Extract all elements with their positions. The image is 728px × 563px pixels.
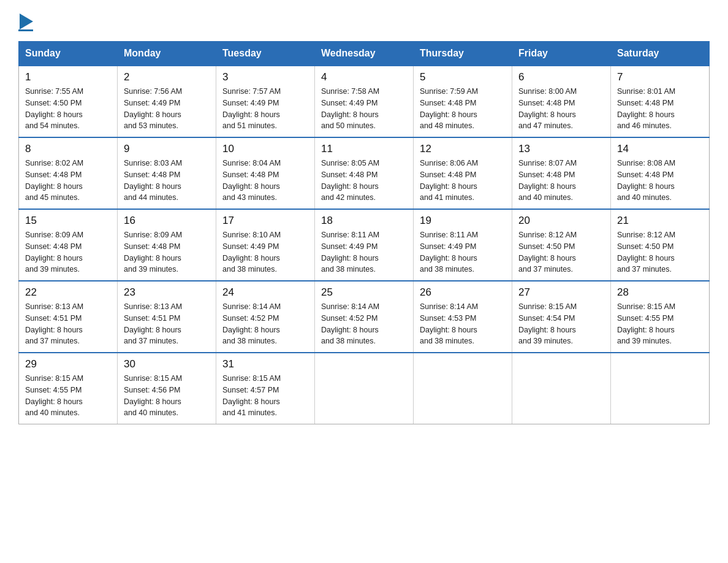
day-number: 5 — [420, 71, 506, 83]
day-number: 27 — [518, 286, 604, 299]
day-number: 10 — [222, 143, 308, 155]
header-sunday: Sunday — [19, 42, 118, 66]
calendar-cell: 10 Sunrise: 8:04 AMSunset: 4:48 PMDaylig… — [216, 137, 315, 209]
header-monday: Monday — [118, 42, 216, 66]
calendar-cell: 23 Sunrise: 8:13 AMSunset: 4:51 PMDaylig… — [118, 281, 216, 353]
header-friday: Friday — [512, 42, 611, 66]
header-thursday: Thursday — [414, 42, 512, 66]
calendar-cell — [315, 353, 414, 424]
day-number: 1 — [25, 71, 111, 83]
calendar-cell: 6 Sunrise: 8:00 AMSunset: 4:48 PMDayligh… — [512, 66, 611, 137]
calendar-cell: 7 Sunrise: 8:01 AMSunset: 4:48 PMDayligh… — [611, 66, 710, 137]
day-number: 11 — [321, 143, 407, 155]
calendar-cell — [512, 353, 611, 424]
day-info: Sunrise: 8:15 AMSunset: 4:57 PMDaylight:… — [222, 374, 281, 417]
day-number: 3 — [222, 71, 308, 83]
day-number: 18 — [321, 215, 407, 227]
day-number: 20 — [518, 215, 604, 227]
calendar-header-row: SundayMondayTuesdayWednesdayThursdayFrid… — [19, 42, 710, 66]
calendar-cell: 5 Sunrise: 7:59 AMSunset: 4:48 PMDayligh… — [414, 66, 512, 137]
day-number: 19 — [420, 215, 506, 227]
page-header — [18, 12, 710, 31]
calendar-cell: 26 Sunrise: 8:14 AMSunset: 4:53 PMDaylig… — [414, 281, 512, 353]
day-info: Sunrise: 8:12 AMSunset: 4:50 PMDaylight:… — [518, 231, 577, 274]
calendar-cell: 9 Sunrise: 8:03 AMSunset: 4:48 PMDayligh… — [118, 137, 216, 209]
calendar-cell: 16 Sunrise: 8:09 AMSunset: 4:48 PMDaylig… — [118, 209, 216, 281]
day-number: 31 — [222, 358, 308, 370]
calendar-cell: 13 Sunrise: 8:07 AMSunset: 4:48 PMDaylig… — [512, 137, 611, 209]
calendar-cell: 29 Sunrise: 8:15 AMSunset: 4:55 PMDaylig… — [19, 353, 118, 424]
calendar-cell: 25 Sunrise: 8:14 AMSunset: 4:52 PMDaylig… — [315, 281, 414, 353]
day-info: Sunrise: 8:11 AMSunset: 4:49 PMDaylight:… — [420, 231, 478, 274]
calendar-week-row: 8 Sunrise: 8:02 AMSunset: 4:48 PMDayligh… — [19, 137, 710, 209]
day-number: 16 — [124, 215, 210, 227]
day-info: Sunrise: 8:12 AMSunset: 4:50 PMDaylight:… — [617, 231, 675, 274]
day-info: Sunrise: 8:14 AMSunset: 4:53 PMDaylight:… — [420, 302, 478, 345]
header-tuesday: Tuesday — [216, 42, 315, 66]
calendar-cell: 21 Sunrise: 8:12 AMSunset: 4:50 PMDaylig… — [611, 209, 710, 281]
day-info: Sunrise: 7:59 AMSunset: 4:48 PMDaylight:… — [420, 87, 478, 130]
day-info: Sunrise: 8:05 AMSunset: 4:48 PMDaylight:… — [321, 159, 379, 202]
calendar-cell: 2 Sunrise: 7:56 AMSunset: 4:49 PMDayligh… — [118, 66, 216, 137]
day-number: 21 — [617, 215, 703, 227]
day-info: Sunrise: 8:14 AMSunset: 4:52 PMDaylight:… — [222, 302, 281, 345]
day-number: 2 — [124, 71, 210, 83]
day-number: 6 — [518, 71, 604, 83]
calendar-cell: 27 Sunrise: 8:15 AMSunset: 4:54 PMDaylig… — [512, 281, 611, 353]
calendar-cell: 22 Sunrise: 8:13 AMSunset: 4:51 PMDaylig… — [19, 281, 118, 353]
day-number: 29 — [25, 358, 111, 370]
day-info: Sunrise: 7:57 AMSunset: 4:49 PMDaylight:… — [222, 87, 281, 130]
day-info: Sunrise: 8:09 AMSunset: 4:48 PMDaylight:… — [25, 231, 83, 274]
day-info: Sunrise: 8:04 AMSunset: 4:48 PMDaylight:… — [222, 159, 281, 202]
day-number: 14 — [617, 143, 703, 155]
day-number: 12 — [420, 143, 506, 155]
day-number: 24 — [222, 286, 308, 299]
calendar-cell: 17 Sunrise: 8:10 AMSunset: 4:49 PMDaylig… — [216, 209, 315, 281]
calendar-cell: 1 Sunrise: 7:55 AMSunset: 4:50 PMDayligh… — [19, 66, 118, 137]
day-info: Sunrise: 8:11 AMSunset: 4:49 PMDaylight:… — [321, 231, 379, 274]
day-info: Sunrise: 8:13 AMSunset: 4:51 PMDaylight:… — [124, 302, 182, 345]
day-number: 28 — [617, 286, 703, 299]
day-info: Sunrise: 7:55 AMSunset: 4:50 PMDaylight:… — [25, 87, 83, 130]
day-info: Sunrise: 8:10 AMSunset: 4:49 PMDaylight:… — [222, 231, 281, 274]
day-info: Sunrise: 8:00 AMSunset: 4:48 PMDaylight:… — [518, 87, 577, 130]
calendar-cell: 14 Sunrise: 8:08 AMSunset: 4:48 PMDaylig… — [611, 137, 710, 209]
logo-arrow-icon — [20, 13, 33, 29]
day-info: Sunrise: 7:58 AMSunset: 4:49 PMDaylight:… — [321, 87, 379, 130]
calendar-cell: 24 Sunrise: 8:14 AMSunset: 4:52 PMDaylig… — [216, 281, 315, 353]
day-info: Sunrise: 8:14 AMSunset: 4:52 PMDaylight:… — [321, 302, 379, 345]
calendar-week-row: 29 Sunrise: 8:15 AMSunset: 4:55 PMDaylig… — [19, 353, 710, 424]
day-number: 4 — [321, 71, 407, 83]
day-number: 15 — [25, 215, 111, 227]
calendar-cell: 8 Sunrise: 8:02 AMSunset: 4:48 PMDayligh… — [19, 137, 118, 209]
calendar-cell: 4 Sunrise: 7:58 AMSunset: 4:49 PMDayligh… — [315, 66, 414, 137]
day-info: Sunrise: 8:06 AMSunset: 4:48 PMDaylight:… — [420, 159, 478, 202]
day-info: Sunrise: 8:01 AMSunset: 4:48 PMDaylight:… — [617, 87, 675, 130]
calendar-cell — [611, 353, 710, 424]
day-info: Sunrise: 8:03 AMSunset: 4:48 PMDaylight:… — [124, 159, 182, 202]
calendar-cell: 3 Sunrise: 7:57 AMSunset: 4:49 PMDayligh… — [216, 66, 315, 137]
calendar-cell: 30 Sunrise: 8:15 AMSunset: 4:56 PMDaylig… — [118, 353, 216, 424]
day-number: 23 — [124, 286, 210, 299]
svg-marker-0 — [20, 13, 33, 29]
header-saturday: Saturday — [611, 42, 710, 66]
day-number: 30 — [124, 358, 210, 370]
day-info: Sunrise: 8:15 AMSunset: 4:54 PMDaylight:… — [518, 302, 577, 345]
logo — [18, 12, 33, 31]
calendar-cell — [414, 353, 512, 424]
day-number: 13 — [518, 143, 604, 155]
day-info: Sunrise: 8:13 AMSunset: 4:51 PMDaylight:… — [25, 302, 83, 345]
calendar-week-row: 22 Sunrise: 8:13 AMSunset: 4:51 PMDaylig… — [19, 281, 710, 353]
day-info: Sunrise: 8:02 AMSunset: 4:48 PMDaylight:… — [25, 159, 83, 202]
day-info: Sunrise: 8:15 AMSunset: 4:56 PMDaylight:… — [124, 374, 182, 417]
calendar-cell: 15 Sunrise: 8:09 AMSunset: 4:48 PMDaylig… — [19, 209, 118, 281]
day-number: 25 — [321, 286, 407, 299]
day-number: 17 — [222, 215, 308, 227]
day-info: Sunrise: 8:15 AMSunset: 4:55 PMDaylight:… — [25, 374, 83, 417]
calendar-cell: 11 Sunrise: 8:05 AMSunset: 4:48 PMDaylig… — [315, 137, 414, 209]
day-info: Sunrise: 8:15 AMSunset: 4:55 PMDaylight:… — [617, 302, 675, 345]
calendar-cell: 19 Sunrise: 8:11 AMSunset: 4:49 PMDaylig… — [414, 209, 512, 281]
day-number: 8 — [25, 143, 111, 155]
day-info: Sunrise: 7:56 AMSunset: 4:49 PMDaylight:… — [124, 87, 182, 130]
calendar-week-row: 1 Sunrise: 7:55 AMSunset: 4:50 PMDayligh… — [19, 66, 710, 137]
